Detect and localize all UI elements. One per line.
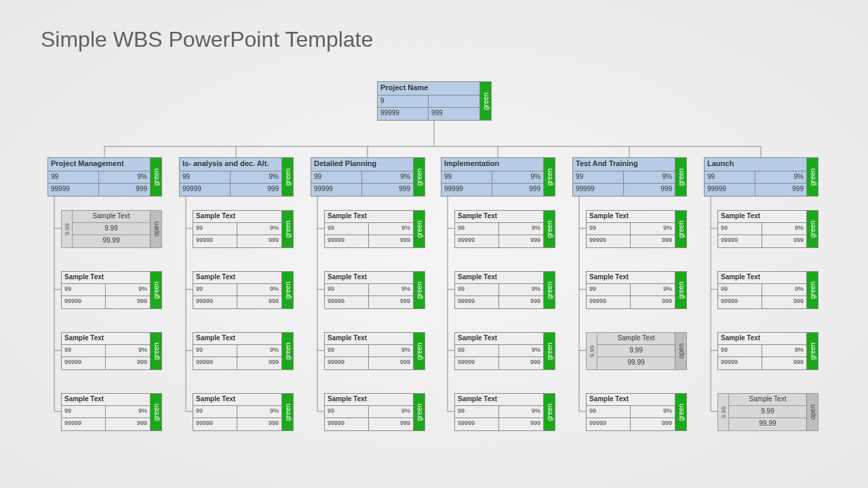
leaf-3-2-status: green: [544, 333, 555, 369]
leaf-0-1-status: green: [151, 272, 161, 308]
leaf-4-2-title: Sample Text: [597, 333, 675, 345]
branch-5-title: Launch: [705, 158, 806, 171]
branch-2-status: green: [414, 158, 425, 196]
leaf-2-2-title: Sample Text: [325, 333, 413, 345]
leaf-2-3-status: green: [414, 394, 425, 430]
leaf-3-3-status: green: [544, 394, 555, 430]
leaf-0-2-status: green: [151, 333, 161, 369]
root-v1: 9: [378, 96, 429, 108]
leaf-5-3-title: Sample Text: [729, 394, 806, 406]
leaf-2-1-status: green: [414, 272, 425, 308]
leaf-4-3-title: Sample Text: [587, 394, 675, 406]
leaf-0-2-title: Sample Text: [62, 333, 150, 345]
leaf-2-0-title: Sample Text: [325, 211, 413, 223]
leaf-4-2-status: open: [675, 333, 686, 369]
leaf-1-2-title: Sample Text: [193, 333, 281, 345]
leaf-3-0-title: Sample Text: [455, 211, 543, 223]
leaf-5-2-title: Sample Text: [718, 333, 806, 345]
leaf-4-2-side: 9.99: [587, 333, 597, 369]
branch-4-title: Test And Training: [573, 158, 675, 171]
leaf-5-2-status: green: [807, 333, 818, 369]
leaf-4-0-status: green: [675, 211, 686, 247]
leaf-0-1-title: Sample Text: [62, 272, 150, 284]
leaf-5-3-side: 9.99: [718, 394, 729, 430]
leaf-1-0-title: Sample Text: [193, 211, 281, 223]
leaf-0-0-status: open: [151, 211, 161, 247]
root-v3: 99999: [378, 108, 429, 120]
leaf-1-3-title: Sample Text: [193, 394, 281, 406]
leaf-1-2-status: green: [282, 333, 293, 369]
leaf-2-1-title: Sample Text: [325, 272, 413, 284]
leaf-5-3-status: open: [807, 394, 818, 430]
branch-2-title: Detailed Planning: [311, 158, 413, 171]
root-title: Project Name: [378, 82, 479, 96]
leaf-1-1-status: green: [282, 272, 293, 308]
branch-0-status: green: [151, 158, 161, 196]
slide-title: Simple WBS PowerPoint Template: [41, 27, 373, 52]
leaf-0-0-title: Sample Text: [73, 211, 150, 223]
leaf-2-3-title: Sample Text: [325, 394, 413, 406]
leaf-2-2-status: green: [414, 333, 425, 369]
leaf-5-0-status: green: [807, 211, 818, 247]
leaf-1-3-status: green: [282, 394, 293, 430]
branch-0-title: Project Management: [48, 158, 150, 171]
leaf-4-1-title: Sample Text: [587, 272, 675, 284]
leaf-3-1-title: Sample Text: [455, 272, 543, 284]
leaf-0-0-side: 9.99: [62, 211, 73, 247]
leaf-4-3-status: green: [675, 394, 686, 430]
root-status: green: [480, 82, 491, 120]
branch-3-title: Implementation: [441, 158, 543, 171]
leaf-1-1-title: Sample Text: [193, 272, 281, 284]
branch-1-status: green: [282, 158, 293, 196]
leaf-0-3-status: green: [151, 394, 161, 430]
leaf-5-1-status: green: [807, 272, 818, 308]
root-v4: 999: [429, 108, 479, 120]
leaf-5-1-title: Sample Text: [718, 272, 806, 284]
leaf-2-0-status: green: [414, 211, 425, 247]
leaf-4-0-title: Sample Text: [587, 211, 675, 223]
leaf-3-1-status: green: [544, 272, 555, 308]
leaf-5-0-title: Sample Text: [718, 211, 806, 223]
leaf-4-1-status: green: [675, 272, 686, 308]
branch-3-status: green: [544, 158, 555, 196]
branch-4-status: green: [675, 158, 686, 196]
branch-5-status: green: [807, 158, 818, 196]
branch-1-title: Is- analysis and dec. Alt.: [180, 158, 281, 171]
leaf-3-2-title: Sample Text: [455, 333, 543, 345]
leaf-1-0-status: green: [282, 211, 293, 247]
leaf-3-0-status: green: [544, 211, 555, 247]
leaf-3-3-title: Sample Text: [455, 394, 543, 406]
leaf-0-3-title: Sample Text: [62, 394, 150, 406]
